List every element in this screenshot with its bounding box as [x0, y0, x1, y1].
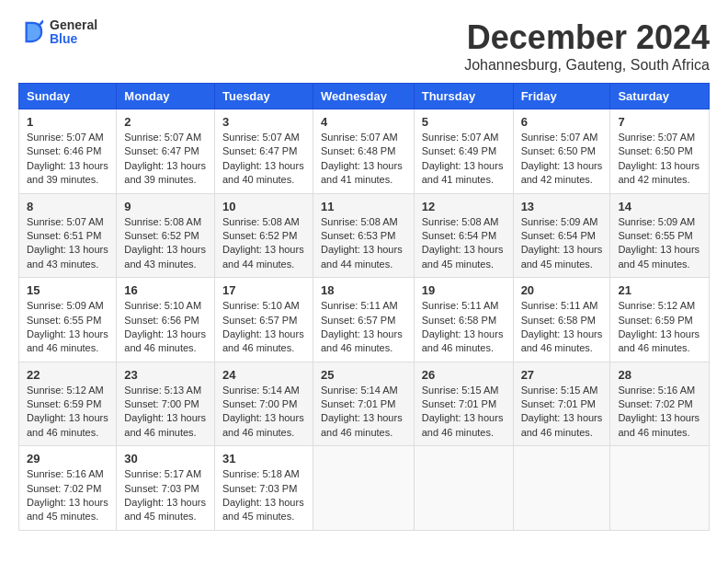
day-info: Sunrise: 5:07 AM Sunset: 6:50 PM Dayligh… [618, 131, 701, 188]
sunset-label: Sunset: 6:57 PM [321, 315, 395, 326]
logo-text: General Blue [50, 18, 97, 47]
calendar-week-row: 1 Sunrise: 5:07 AM Sunset: 6:46 PM Dayli… [19, 109, 710, 194]
sunrise-label: Sunrise: 5:11 AM [321, 300, 398, 311]
table-row: 8 Sunrise: 5:07 AM Sunset: 6:51 PM Dayli… [19, 193, 117, 278]
day-info: Sunrise: 5:08 AM Sunset: 6:52 PM Dayligh… [124, 215, 207, 272]
daylight-label: Daylight: 13 hours and 42 minutes. [618, 160, 700, 185]
table-row: 22 Sunrise: 5:12 AM Sunset: 6:59 PM Dayl… [19, 362, 117, 446]
sunset-label: Sunset: 7:03 PM [124, 483, 199, 494]
table-row: 1 Sunrise: 5:07 AM Sunset: 6:46 PM Dayli… [19, 109, 117, 194]
day-info: Sunrise: 5:07 AM Sunset: 6:51 PM Dayligh… [27, 215, 108, 272]
sunrise-label: Sunrise: 5:18 AM [222, 468, 300, 479]
sunrise-label: Sunrise: 5:07 AM [422, 132, 499, 143]
day-info: Sunrise: 5:12 AM Sunset: 6:59 PM Dayligh… [27, 384, 108, 441]
sunset-label: Sunset: 7:00 PM [124, 398, 199, 409]
day-number: 16 [124, 283, 207, 297]
sunset-label: Sunset: 6:58 PM [521, 315, 596, 326]
day-info: Sunrise: 5:15 AM Sunset: 7:01 PM Dayligh… [521, 384, 603, 441]
table-row: 16 Sunrise: 5:10 AM Sunset: 6:56 PM Dayl… [117, 278, 215, 362]
table-row: 5 Sunrise: 5:07 AM Sunset: 6:49 PM Dayli… [414, 109, 513, 194]
day-number: 10 [222, 200, 305, 213]
daylight-label: Daylight: 13 hours and 46 minutes. [422, 412, 504, 437]
table-row: 15 Sunrise: 5:09 AM Sunset: 6:55 PM Dayl… [19, 278, 117, 362]
sunrise-label: Sunrise: 5:12 AM [27, 385, 104, 396]
table-row: 10 Sunrise: 5:08 AM Sunset: 6:52 PM Dayl… [214, 193, 313, 278]
daylight-label: Daylight: 13 hours and 43 minutes. [124, 244, 206, 269]
sunset-label: Sunset: 6:47 PM [222, 145, 297, 156]
day-info: Sunrise: 5:09 AM Sunset: 6:55 PM Dayligh… [618, 215, 701, 272]
daylight-label: Daylight: 13 hours and 45 minutes. [124, 497, 206, 522]
sunset-label: Sunset: 6:48 PM [321, 145, 395, 156]
table-row: 31 Sunrise: 5:18 AM Sunset: 7:03 PM Dayl… [214, 446, 313, 531]
sunset-label: Sunset: 6:59 PM [27, 398, 101, 409]
day-info: Sunrise: 5:07 AM Sunset: 6:47 PM Dayligh… [222, 131, 305, 188]
daylight-label: Daylight: 13 hours and 46 minutes. [222, 328, 304, 353]
sunset-label: Sunset: 7:01 PM [422, 398, 496, 409]
sunrise-label: Sunrise: 5:15 AM [422, 385, 499, 396]
day-number: 3 [222, 115, 305, 129]
day-number: 8 [27, 200, 108, 213]
table-row [313, 446, 414, 531]
sunrise-label: Sunrise: 5:09 AM [618, 216, 695, 227]
table-row: 27 Sunrise: 5:15 AM Sunset: 7:01 PM Dayl… [513, 362, 610, 446]
sunset-label: Sunset: 6:51 PM [27, 230, 101, 241]
day-number: 28 [618, 368, 701, 382]
sunrise-label: Sunrise: 5:08 AM [422, 216, 499, 227]
table-row [610, 446, 710, 531]
day-info: Sunrise: 5:11 AM Sunset: 6:58 PM Dayligh… [521, 299, 603, 356]
sunrise-label: Sunrise: 5:09 AM [27, 300, 104, 311]
day-number: 9 [124, 200, 207, 213]
calendar-week-row: 8 Sunrise: 5:07 AM Sunset: 6:51 PM Dayli… [19, 193, 710, 278]
sunrise-label: Sunrise: 5:08 AM [222, 216, 300, 227]
daylight-label: Daylight: 13 hours and 46 minutes. [618, 412, 700, 437]
day-info: Sunrise: 5:09 AM Sunset: 6:55 PM Dayligh… [27, 299, 108, 356]
sunrise-label: Sunrise: 5:10 AM [124, 300, 201, 311]
daylight-label: Daylight: 13 hours and 46 minutes. [521, 328, 603, 353]
daylight-label: Daylight: 13 hours and 46 minutes. [321, 412, 403, 437]
daylight-label: Daylight: 13 hours and 46 minutes. [422, 328, 504, 353]
day-info: Sunrise: 5:18 AM Sunset: 7:03 PM Dayligh… [222, 467, 305, 524]
daylight-label: Daylight: 13 hours and 45 minutes. [27, 497, 108, 522]
table-row: 21 Sunrise: 5:12 AM Sunset: 6:59 PM Dayl… [610, 278, 710, 362]
daylight-label: Daylight: 13 hours and 46 minutes. [27, 328, 108, 353]
sunrise-label: Sunrise: 5:12 AM [618, 300, 695, 311]
day-info: Sunrise: 5:17 AM Sunset: 7:03 PM Dayligh… [124, 467, 207, 524]
daylight-label: Daylight: 13 hours and 44 minutes. [222, 244, 304, 269]
day-info: Sunrise: 5:08 AM Sunset: 6:53 PM Dayligh… [321, 215, 406, 272]
calendar-week-row: 22 Sunrise: 5:12 AM Sunset: 6:59 PM Dayl… [19, 362, 710, 446]
col-saturday: Saturday [610, 84, 710, 109]
day-info: Sunrise: 5:07 AM Sunset: 6:46 PM Dayligh… [27, 131, 108, 188]
daylight-label: Daylight: 13 hours and 46 minutes. [27, 412, 108, 437]
sunset-label: Sunset: 6:50 PM [521, 145, 596, 156]
day-number: 31 [222, 452, 305, 465]
sunrise-label: Sunrise: 5:07 AM [321, 132, 398, 143]
table-row: 20 Sunrise: 5:11 AM Sunset: 6:58 PM Dayl… [513, 278, 610, 362]
day-info: Sunrise: 5:07 AM Sunset: 6:50 PM Dayligh… [521, 131, 603, 188]
table-row: 18 Sunrise: 5:11 AM Sunset: 6:57 PM Dayl… [313, 278, 414, 362]
calendar-table: Sunday Monday Tuesday Wednesday Thursday… [18, 83, 710, 531]
title-section: December 2024 Johannesburg, Gauteng, Sou… [464, 18, 710, 74]
day-info: Sunrise: 5:16 AM Sunset: 7:02 PM Dayligh… [27, 467, 108, 524]
col-wednesday: Wednesday [313, 84, 414, 109]
daylight-label: Daylight: 13 hours and 46 minutes. [124, 328, 206, 353]
table-row: 24 Sunrise: 5:14 AM Sunset: 7:00 PM Dayl… [214, 362, 313, 446]
table-row: 2 Sunrise: 5:07 AM Sunset: 6:47 PM Dayli… [117, 109, 215, 194]
sunset-label: Sunset: 6:47 PM [124, 145, 199, 156]
table-row: 6 Sunrise: 5:07 AM Sunset: 6:50 PM Dayli… [513, 109, 610, 194]
sunset-label: Sunset: 6:50 PM [618, 145, 692, 156]
day-number: 23 [124, 368, 207, 382]
sunset-label: Sunset: 6:46 PM [27, 145, 101, 156]
logo: General Blue [18, 18, 97, 47]
day-number: 27 [521, 368, 603, 382]
table-row: 9 Sunrise: 5:08 AM Sunset: 6:52 PM Dayli… [117, 193, 215, 278]
location-title: Johannesburg, Gauteng, South Africa [464, 57, 710, 74]
col-monday: Monday [117, 84, 215, 109]
day-info: Sunrise: 5:16 AM Sunset: 7:02 PM Dayligh… [618, 384, 701, 441]
day-info: Sunrise: 5:10 AM Sunset: 6:56 PM Dayligh… [124, 299, 207, 356]
day-info: Sunrise: 5:14 AM Sunset: 7:01 PM Dayligh… [321, 384, 406, 441]
sunset-label: Sunset: 6:53 PM [321, 230, 395, 241]
sunset-label: Sunset: 7:03 PM [222, 483, 297, 494]
table-row: 13 Sunrise: 5:09 AM Sunset: 6:54 PM Dayl… [513, 193, 610, 278]
logo-blue-text: Blue [50, 32, 97, 46]
table-row: 26 Sunrise: 5:15 AM Sunset: 7:01 PM Dayl… [414, 362, 513, 446]
